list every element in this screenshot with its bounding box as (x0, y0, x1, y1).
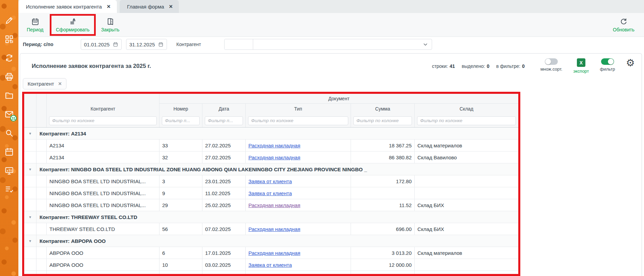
qr-code-icon[interactable] (4, 34, 14, 44)
table-row[interactable]: АВРОРА ООО1003.02.2025Заявка от клиента1… (24, 259, 518, 271)
gear-icon[interactable]: ⚙ (626, 59, 635, 67)
expand-collapse-icon[interactable]: ▼ (24, 128, 36, 139)
tab-main-form[interactable]: Главная форма ✕ (120, 0, 179, 13)
group-label: Контрагент: АВРОРА ООО (36, 235, 518, 247)
selector-column-cell (36, 114, 47, 127)
sync-icon[interactable] (4, 53, 14, 63)
document-type-link[interactable]: Расходная накладная (248, 202, 300, 208)
checklist-icon[interactable] (4, 185, 14, 194)
mail-icon[interactable]: 31 (4, 110, 14, 119)
column-filter-input-2[interactable] (205, 116, 243, 125)
filter-toggle-label: фильтр (600, 67, 615, 72)
cell-sum (351, 187, 415, 199)
cell-warehouse: Склад материалов (415, 247, 518, 259)
table-row[interactable]: NINGBO BOA STEEL LTD INDUSTRIAL...323.01… (24, 175, 518, 187)
close-button[interactable]: Закрыть (99, 17, 122, 33)
table-controls: множ.сорт. X экспорт фильтр ⚙ (540, 58, 635, 74)
tab-report-label: Исполнение заявок контрагента (26, 4, 102, 10)
close-button-label: Закрыть (101, 27, 120, 32)
column-header-3[interactable]: Тип (246, 104, 351, 114)
calendar-icon[interactable] (158, 42, 164, 47)
table-row[interactable]: A21343327.02.2025Расходная накладная18 3… (24, 140, 518, 151)
cell-warehouse: Склад Вавилово (415, 151, 518, 163)
column-filter-input-0[interactable] (49, 116, 157, 125)
column-filter-input-3[interactable] (248, 116, 348, 125)
cell-warehouse (415, 259, 518, 271)
document-type-link[interactable]: Расходная накладная (248, 250, 300, 256)
cell-warehouse: Склад материалов (415, 140, 518, 151)
document-type-link[interactable]: Расходная накладная (248, 274, 300, 276)
toggle-on-icon[interactable] (601, 58, 614, 65)
counterparty-filter-chip[interactable]: Контрагент ✕ (23, 78, 66, 89)
table-row[interactable]: THREEWAY STEEL CO.LTD5607.02.2025Расходн… (24, 223, 518, 235)
monitor-icon[interactable] (4, 166, 14, 175)
tab-report-close-icon[interactable]: ✕ (107, 4, 111, 9)
chip-remove-icon[interactable]: ✕ (58, 81, 62, 86)
filter-bar: Период: с/по 01.01.2025 31.12.2025 Контр… (18, 37, 644, 52)
counterparty-combobox (224, 39, 432, 50)
cell-number: 29 (159, 199, 202, 211)
edit-icon[interactable] (4, 16, 14, 25)
cell-counterparty: NINGBO BOA STEEL LTD INDUSTRIAL... (47, 175, 159, 187)
print-icon[interactable] (4, 72, 14, 82)
document-type-link[interactable]: Заявка от клиента (248, 262, 292, 268)
document-type-link[interactable]: Заявка от клиента (248, 190, 292, 196)
report-panel: Исполнение заявок контрагента за 2025 г.… (20, 53, 642, 276)
cell-date: 03.02.2025 (202, 259, 246, 271)
folder-icon[interactable] (4, 91, 14, 100)
document-type-link[interactable]: Расходная накладная (248, 226, 300, 232)
cell-date: 11.02.2025 (202, 187, 246, 199)
column-filter-input-4[interactable] (353, 116, 412, 125)
group-row[interactable]: ▼Контрагент: A2134 (24, 128, 518, 140)
calendar-icon[interactable] (113, 42, 118, 47)
date-from-field[interactable]: 01.01.2025 (81, 39, 122, 50)
expand-collapse-icon[interactable]: ▼ (24, 163, 36, 175)
table-row[interactable]: A21343227.02.2025Расходная накладная86 3… (24, 151, 518, 163)
row-selector-cell (36, 271, 47, 276)
refresh-button[interactable]: Обновить (612, 17, 636, 33)
document-type-link[interactable]: Расходная накладная (248, 155, 300, 160)
column-header-2[interactable]: Дата (202, 104, 246, 114)
group-row[interactable]: ▼Контрагент: THREEWAY STEEL CO.LTD (24, 211, 518, 223)
document-type-link[interactable]: Заявка от клиента (248, 178, 292, 184)
expand-collapse-icon[interactable]: ▼ (24, 211, 36, 223)
export-button[interactable]: X экспорт (573, 58, 589, 74)
toggle-off-icon[interactable] (545, 58, 558, 65)
column-header-1[interactable]: Номер (159, 104, 202, 114)
column-header-4[interactable]: Сумма (351, 104, 415, 114)
tab-report[interactable]: Исполнение заявок контрагента ✕ (18, 0, 117, 13)
document-type-link[interactable]: Расходная накладная (248, 143, 300, 148)
cell-document-type: Расходная накладная (246, 223, 351, 235)
group-row[interactable]: ▼Контрагент: АВРОРА ООО (24, 235, 518, 247)
filter-toggle[interactable]: фильтр (600, 58, 615, 72)
calendar-icon[interactable] (4, 147, 14, 157)
expand-collapse-icon[interactable]: ▼ (24, 235, 36, 247)
column-header-5[interactable]: Склад (415, 104, 518, 114)
generate-button[interactable]: Сформировать (55, 17, 91, 33)
search-icon[interactable] (4, 128, 14, 138)
cell-number: 56 (159, 223, 202, 235)
group-column-header-document: Документ (159, 94, 518, 104)
table-row[interactable]: АВРОРА ООО2006.02.2025Расходная накладна… (24, 271, 518, 276)
column-header-0[interactable]: Контрагент (47, 104, 159, 114)
tab-main-form-close-icon[interactable]: ✕ (169, 4, 173, 9)
table-row[interactable]: NINGBO BOA STEEL LTD INDUSTRIAL...911.02… (24, 187, 518, 199)
report-header: Исполнение заявок контрагента за 2025 г.… (20, 54, 642, 74)
excel-icon[interactable]: X (577, 58, 585, 67)
table-row[interactable]: АВРОРА ООО617.01.2025Расходная накладная… (24, 247, 518, 259)
date-to-field[interactable]: 31.12.2025 (126, 39, 167, 50)
column-filter-input-1[interactable] (162, 116, 200, 125)
cell-sum: 14.40 (351, 271, 415, 276)
period-button[interactable]: Период (24, 17, 46, 33)
filtered-count: в фильтре:0 (496, 63, 525, 69)
column-filter-input-5[interactable] (417, 116, 516, 125)
selector-column-cell (36, 104, 47, 114)
table-row[interactable]: NINGBO BOA STEEL LTD INDUSTRIAL...2925.0… (24, 199, 518, 211)
chevron-down-icon[interactable] (419, 42, 432, 47)
multisort-toggle[interactable]: множ.сорт. (540, 58, 562, 72)
row-selector-cell (36, 151, 47, 163)
filter-cell-3 (246, 114, 351, 127)
cell-number: 10 (159, 259, 202, 271)
group-row[interactable]: ▼Контрагент: NINGBO BOA STEEL LTD INDUST… (24, 163, 518, 175)
counterparty-code-input[interactable] (225, 39, 253, 49)
